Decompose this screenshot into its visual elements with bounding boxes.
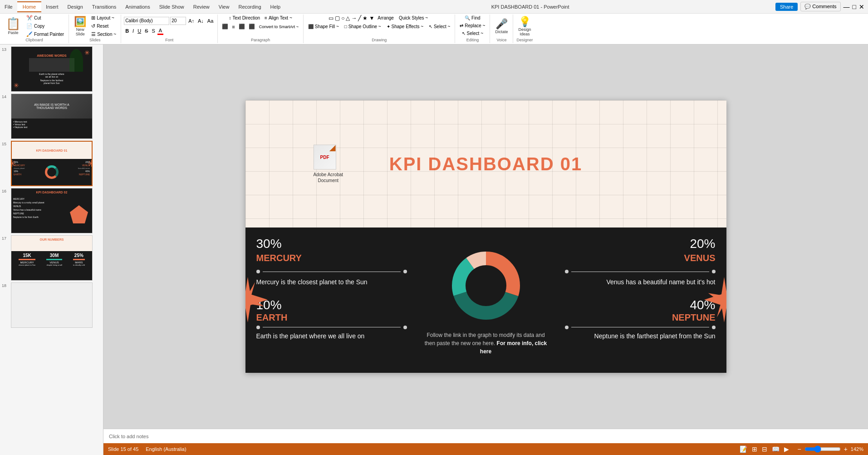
- slide-thumb-17[interactable]: 17 OUR NUMBERS 15K MERCURY closest plane…: [2, 235, 101, 281]
- justify-button[interactable]: ⬛: [247, 23, 256, 30]
- tab-review[interactable]: Review: [189, 2, 214, 11]
- align-text-button[interactable]: ≡ Align Text ~: [263, 15, 294, 21]
- shape-ellipse[interactable]: ○: [341, 15, 344, 21]
- mercury-percent: 30%: [256, 237, 407, 251]
- slide-thumb-13[interactable]: 13 AWESOME WORDS Earth is the planet whe…: [2, 46, 101, 92]
- close-button[interactable]: ✕: [859, 3, 864, 10]
- increase-font-button[interactable]: A↑: [187, 18, 196, 24]
- ribbon-group-clipboard: 📋 Paste ✂️ Cut 📄 Copy 🖌️ Form: [0, 15, 69, 43]
- pdf-icon[interactable]: PDF Adobe AcrobatDocument: [314, 145, 343, 183]
- share-button[interactable]: Share: [775, 3, 798, 11]
- zoom-out-button[interactable]: −: [796, 445, 802, 453]
- align-left-button[interactable]: ⬛: [221, 23, 230, 30]
- section-button[interactable]: ☰ Section ~: [89, 30, 118, 38]
- slide-thumb-15[interactable]: 15 KPI DASHBOARD 01 30% MERCURY closest …: [2, 141, 101, 186]
- tab-transitions[interactable]: Transitions: [88, 2, 121, 11]
- cut-button[interactable]: ✂️ Cut: [25, 14, 66, 22]
- replace-button[interactable]: ⇄ Replace ~: [458, 22, 487, 29]
- follow-link-text: Follow the link in the graph to modify i…: [422, 331, 549, 356]
- kpi-right-column: 20% VENUS Venus has a beautiful name but…: [554, 228, 726, 373]
- shape-fill-button[interactable]: ⬛ Shape Fill ~: [306, 23, 341, 30]
- arrange-button[interactable]: Arrange: [376, 15, 396, 21]
- text-direction-button[interactable]: ↕ Text Direction: [227, 15, 262, 21]
- pdf-label: Adobe AcrobatDocument: [314, 172, 343, 183]
- decrease-font-button[interactable]: A↓: [196, 18, 205, 24]
- shape-line[interactable]: ╱: [358, 15, 361, 21]
- shape-round-rect[interactable]: ▢: [335, 15, 340, 21]
- content-area: PDF Adobe AcrobatDocument KPI DASHBOARD …: [103, 45, 868, 455]
- italic-button[interactable]: I: [131, 28, 135, 34]
- notes-bar[interactable]: Click to add notes: [103, 429, 868, 443]
- find-button[interactable]: 🔍 Find: [463, 15, 482, 21]
- slide-viewport[interactable]: PDF Adobe AcrobatDocument KPI DASHBOARD …: [103, 45, 868, 429]
- notes-view-button[interactable]: 📝: [738, 445, 749, 453]
- font-size-input[interactable]: [170, 17, 186, 25]
- tab-recording[interactable]: Recording: [234, 2, 265, 11]
- shape-rect[interactable]: ▭: [329, 15, 333, 21]
- select-editing-button[interactable]: ↖ Select ~: [460, 30, 485, 37]
- comments-button[interactable]: 💬 Comments: [800, 2, 840, 11]
- neptune-percent: 40%: [565, 298, 716, 312]
- copy-button[interactable]: 📄 Copy: [25, 22, 66, 30]
- star-decoration-right: [701, 277, 726, 323]
- maximize-button[interactable]: □: [853, 3, 856, 10]
- layout-button[interactable]: ⊞ Layout ~: [89, 14, 118, 22]
- earth-label: EARTH: [256, 312, 407, 323]
- design-ideas-button[interactable]: 💡 DesignIdeas: [516, 15, 533, 38]
- normal-view-button[interactable]: ⊞: [750, 445, 759, 453]
- shape-triangle[interactable]: △: [346, 15, 350, 21]
- reset-button[interactable]: ↺ Reset: [89, 22, 118, 30]
- ribbon-group-editing: 🔍 Find ⇄ Replace ~ ↖ Select ~ Editing: [455, 15, 490, 43]
- neptune-section: 40% NEPTUNE Neptune is the farthest plan…: [565, 298, 716, 341]
- bold-button[interactable]: B: [124, 28, 130, 34]
- tab-insert[interactable]: Insert: [41, 2, 63, 11]
- reading-view-button[interactable]: 📖: [770, 445, 781, 453]
- select-button[interactable]: ↖ Select ~: [427, 23, 452, 30]
- kpi-left-column: 30% MERCURY Mercury is the closest plane…: [245, 228, 418, 373]
- slide-panel: 13 AWESOME WORDS Earth is the planet whe…: [0, 45, 103, 455]
- tab-file[interactable]: File: [0, 2, 17, 11]
- tab-animations[interactable]: Animations: [121, 2, 154, 11]
- more-shapes-button[interactable]: ▼: [369, 15, 374, 21]
- tab-design[interactable]: Design: [63, 2, 88, 11]
- ribbon-group-slides: 🖼️ NewSlide ⊞ Layout ~ ↺ Reset ☰ Section…: [69, 15, 121, 43]
- format-painter-button[interactable]: 🖌️ Format Painter: [25, 30, 66, 38]
- slide-thumb-16[interactable]: 16 KPI DASHBOARD 02 MERCURY Mercury is a…: [2, 188, 101, 233]
- slide-bottom-section: 30% MERCURY Mercury is the closest plane…: [245, 228, 726, 373]
- quick-styles-button[interactable]: Quick Styles ~: [397, 15, 430, 21]
- venus-desc: Venus has a beautiful name but it's hot: [565, 278, 716, 287]
- align-right-button[interactable]: ⬛: [237, 23, 246, 30]
- slideshow-button[interactable]: ▶: [783, 445, 790, 453]
- tab-slideshow[interactable]: Slide Show: [155, 2, 189, 11]
- slide-counter: Slide 15 of 45: [108, 446, 138, 452]
- dictate-button[interactable]: 🎤 Dictate: [493, 17, 510, 36]
- paste-button[interactable]: 📋 Paste: [3, 15, 24, 37]
- shape-outline-button[interactable]: □ Shape Outline ~: [343, 23, 383, 30]
- clear-format-button[interactable]: Aa: [206, 18, 215, 24]
- slide-thumb-18[interactable]: 18: [2, 282, 101, 328]
- language-indicator: English (Australia): [146, 446, 186, 452]
- tab-help[interactable]: Help: [266, 2, 285, 11]
- align-center-button[interactable]: ≡: [230, 24, 236, 30]
- tab-view[interactable]: View: [214, 2, 234, 11]
- strikethrough-button[interactable]: S: [143, 28, 149, 34]
- slide-sorter-button[interactable]: ⊟: [760, 445, 769, 453]
- slide-main-title: KPI DASHBOARD 01: [389, 154, 582, 174]
- shape-star[interactable]: ★: [363, 15, 368, 21]
- pdf-corner: [329, 145, 336, 152]
- zoom-in-button[interactable]: +: [843, 445, 849, 453]
- underline-button[interactable]: U: [136, 28, 142, 34]
- zoom-slider[interactable]: [804, 445, 841, 453]
- font-name-input[interactable]: [124, 17, 169, 25]
- tab-home[interactable]: Home: [17, 1, 41, 12]
- shape-arrow[interactable]: →: [351, 15, 357, 21]
- new-slide-button[interactable]: 🖼️ NewSlide: [72, 15, 88, 38]
- mercury-label: MERCURY: [256, 253, 407, 263]
- donut-chart[interactable]: [445, 245, 527, 326]
- shadow-button[interactable]: S: [150, 28, 156, 34]
- font-color-button[interactable]: A: [157, 27, 163, 35]
- shape-effects-button[interactable]: ✦ Shape Effects ~: [385, 23, 425, 30]
- slide-thumb-14[interactable]: 14 AN IMAGE IS WORTH ATHOUSAND WORDS • M…: [2, 94, 101, 139]
- minimize-button[interactable]: —: [843, 3, 850, 10]
- convert-smartart-button[interactable]: Convert to SmartArt ~: [257, 24, 300, 30]
